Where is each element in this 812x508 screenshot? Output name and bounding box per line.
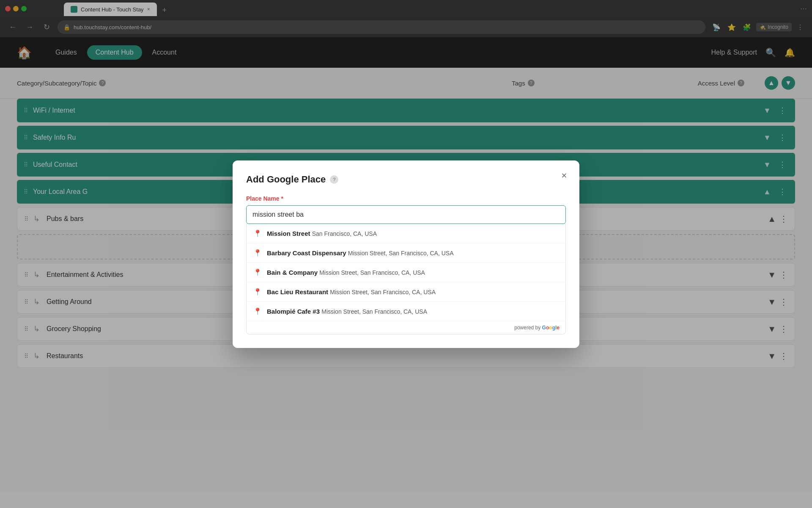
powered-by-google: powered by Google — [247, 321, 565, 334]
place-name-label: Place Name * — [246, 195, 566, 202]
modal-help-icon[interactable]: ? — [330, 175, 338, 184]
suggestion-text: Barbary Coast Dispensary Mission Street,… — [267, 249, 454, 257]
place-pin-icon: 📍 — [253, 268, 262, 276]
add-google-place-modal: Add Google Place ? × Place Name * 📍 Miss… — [233, 160, 579, 348]
suggestion-text: Mission Street San Francisco, CA, USA — [267, 230, 377, 237]
autocomplete-item[interactable]: 📍 Barbary Coast Dispensary Mission Stree… — [247, 243, 565, 263]
suggestion-text: Bac Lieu Restaurant Mission Street, San … — [267, 288, 436, 295]
autocomplete-item[interactable]: 📍 Bain & Company Mission Street, San Fra… — [247, 263, 565, 282]
required-marker: * — [280, 195, 283, 202]
modal-header: Add Google Place ? — [246, 174, 566, 185]
modal-close-button[interactable]: × — [557, 169, 571, 182]
suggestion-text: Bain & Company Mission Street, San Franc… — [267, 269, 425, 276]
place-pin-icon: 📍 — [253, 249, 262, 257]
place-pin-icon: 📍 — [253, 307, 262, 315]
place-pin-icon: 📍 — [253, 288, 262, 296]
autocomplete-item[interactable]: 📍 Mission Street San Francisco, CA, USA — [247, 224, 565, 243]
modal-title: Add Google Place — [246, 174, 326, 185]
autocomplete-dropdown: 📍 Mission Street San Francisco, CA, USA … — [246, 224, 566, 334]
place-pin-icon: 📍 — [253, 229, 262, 237]
google-logo-text: Google — [542, 325, 560, 331]
suggestion-text: Balompié Cafe #3 Mission Street, San Fra… — [267, 308, 427, 315]
autocomplete-item[interactable]: 📍 Bac Lieu Restaurant Mission Street, Sa… — [247, 282, 565, 302]
modal-overlay: Add Google Place ? × Place Name * 📍 Miss… — [0, 0, 812, 493]
place-name-field-group: Place Name * — [246, 195, 566, 224]
autocomplete-item[interactable]: 📍 Balompié Cafe #3 Mission Street, San F… — [247, 302, 565, 321]
place-name-input[interactable] — [246, 205, 566, 224]
